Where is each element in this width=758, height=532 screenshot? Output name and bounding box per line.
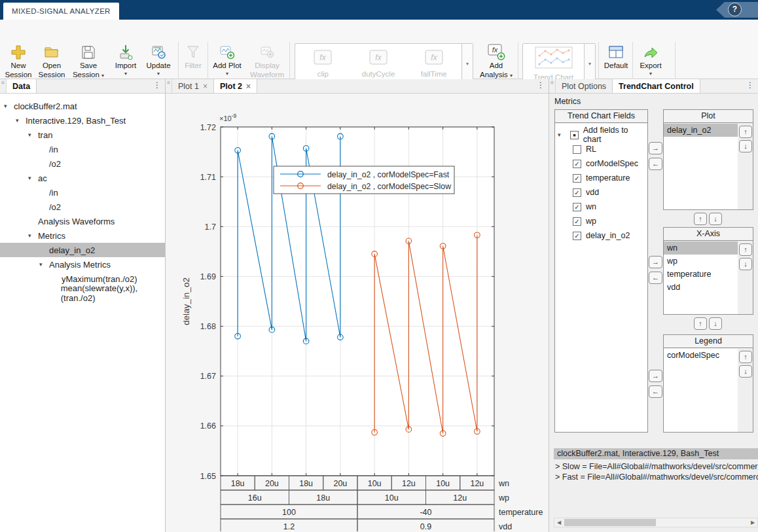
xaxis-order-down-button[interactable]: ↓: [709, 317, 722, 330]
field-rl[interactable]: RL: [573, 142, 596, 156]
tree-expand-icon[interactable]: ▾: [39, 261, 49, 268]
update-button[interactable]: Update ▾: [143, 41, 174, 76]
field-temperature[interactable]: ✓ temperature: [573, 171, 630, 185]
tree-expand-icon[interactable]: ▾: [28, 232, 38, 239]
field-vdd[interactable]: ✓ vdd: [573, 185, 599, 200]
remove-from-legend-button[interactable]: ←: [649, 385, 662, 398]
gallery-caret-icon: ▾: [588, 61, 591, 67]
tree-item-ac[interactable]: ▾ac: [0, 171, 165, 185]
move-to-xaxis-button[interactable]: →: [649, 256, 662, 268]
plot-order-up-button[interactable]: ↑: [694, 213, 707, 225]
tree-item-mean-slewrate[interactable]: mean(slewrate(y,x)), (tran./o2): [0, 286, 165, 300]
close-icon[interactable]: ×: [203, 82, 208, 91]
tree-item-analysis-waveforms[interactable]: Analysis Waveforms: [0, 214, 165, 228]
add-plot-button[interactable]: Add Plot ▾: [211, 41, 244, 76]
remove-from-plot-button[interactable]: ←: [649, 158, 662, 170]
plot-move-up-button[interactable]: ↑: [739, 126, 752, 138]
tab-data[interactable]: Data: [7, 79, 37, 93]
tree-item-label: delay_in_o2: [49, 245, 95, 255]
tree-item-tran-o2[interactable]: /o2: [0, 156, 165, 171]
xaxis-item-wn[interactable]: wn: [664, 241, 738, 255]
tree-expand-icon[interactable]: ▾: [28, 175, 38, 181]
tree-item-analysis-metrics[interactable]: ▾Analysis Metrics: [0, 257, 165, 272]
save-session-label: Save Session ▾: [69, 62, 107, 80]
tree-item-ac-o2[interactable]: /o2: [0, 200, 165, 214]
xaxis-item-wp[interactable]: wp: [664, 255, 738, 268]
tab-plot1[interactable]: Plot 1 ×: [172, 79, 214, 93]
move-to-legend-button[interactable]: →: [649, 370, 662, 382]
tree-item-metrics[interactable]: ▾Metrics: [0, 228, 165, 243]
tree-item-tran[interactable]: ▾tran: [0, 128, 165, 142]
panel-menu-icon[interactable]: ⋮: [153, 80, 161, 90]
checkbox-mixed[interactable]: ■: [570, 131, 579, 139]
tab-trendchart-control[interactable]: TrendChart Control: [613, 79, 700, 93]
import-button[interactable]: Import ▾: [110, 41, 141, 76]
field-delay-in-o2[interactable]: ✓ delay_in_o2: [573, 228, 630, 243]
open-session-button[interactable]: Open Session: [35, 41, 68, 80]
tree-item-interactive129[interactable]: ▾Interactive.129, Bash_Test: [0, 113, 165, 128]
scroll-left-icon[interactable]: ◀: [554, 518, 564, 527]
app-ribbon-tab[interactable]: MIXED-SIGNAL ANALYZER: [3, 3, 119, 20]
panel-menu-icon[interactable]: ⋮: [746, 80, 754, 90]
panel-grip-icon[interactable]: ≡: [549, 79, 556, 93]
field-cormodelspec[interactable]: ✓ corModelSpec: [573, 156, 638, 171]
svg-text:1.2: 1.2: [283, 522, 295, 531]
checkbox[interactable]: ✓: [573, 174, 581, 183]
checkbox[interactable]: ✓: [573, 232, 581, 240]
trend-chart-canvas[interactable]: 1.721.711.71.691.681.671.661.65×10-9dela…: [166, 94, 549, 531]
plot-move-down-button[interactable]: ↓: [739, 140, 752, 152]
tree-expand-icon[interactable]: ▾: [28, 132, 38, 138]
checkbox[interactable]: ✓: [573, 217, 581, 226]
horizontal-scrollbar[interactable]: ◀ ▶: [554, 518, 758, 527]
field-add-fields-root[interactable]: ▾ ■ Add fields to chart: [558, 128, 647, 142]
legend-item-cormodelspec[interactable]: corModelSpec: [664, 349, 738, 362]
remove-from-xaxis-button[interactable]: ←: [649, 272, 662, 284]
add-analysis-label: Add Analysis ▾: [478, 62, 514, 80]
new-session-button[interactable]: New Session: [3, 41, 34, 80]
tree-expand-icon[interactable]: ▾: [16, 117, 26, 124]
xaxis-move-up-button[interactable]: ↑: [739, 243, 752, 256]
filter-funnel-icon: [185, 41, 202, 61]
analysis-gallery-dropdown[interactable]: ▾: [461, 44, 473, 83]
svg-text:temperature: temperature: [499, 508, 543, 517]
export-button[interactable]: Export ▾: [635, 41, 666, 76]
panel-menu-icon[interactable]: ⋮: [537, 80, 545, 90]
tree-item-ac-in[interactable]: /in: [0, 185, 165, 200]
tree-item-clockbuffer2[interactable]: ▾clockBuffer2.mat: [0, 99, 165, 113]
scroll-right-icon[interactable]: ▶: [748, 518, 757, 527]
tree-expand-icon[interactable]: ▾: [4, 103, 14, 109]
save-session-button[interactable]: Save Session ▾: [69, 41, 107, 80]
field-wn[interactable]: ✓ wn: [573, 200, 596, 214]
checkbox[interactable]: ✓: [573, 160, 581, 168]
checkbox[interactable]: ✓: [573, 203, 581, 211]
tab-plot-options[interactable]: Plot Options: [556, 79, 613, 93]
field-wp[interactable]: ✓ wp: [573, 214, 596, 228]
legend-move-up-button[interactable]: ↑: [739, 351, 752, 363]
default-layout-button[interactable]: Default: [601, 41, 631, 71]
tree-item-label: yMaximum(tran./o2): [62, 274, 137, 284]
add-analysis-button[interactable]: fx Add Analysis ▾: [478, 41, 514, 80]
metrics-gallery-dropdown[interactable]: ▾: [584, 44, 595, 83]
scrollbar-thumb[interactable]: [564, 519, 656, 526]
trend-chart-fields-list: ▾ ■ Add fields to chart RL ✓ corModelSpe…: [555, 124, 647, 432]
xaxis-move-down-button[interactable]: ↓: [739, 258, 752, 270]
checkbox[interactable]: ✓: [573, 188, 581, 197]
tree-expand-icon[interactable]: ▾: [558, 132, 566, 138]
svg-text:16u: 16u: [248, 493, 262, 503]
plot-order-down-button[interactable]: ↓: [709, 213, 722, 225]
close-icon[interactable]: ×: [246, 82, 251, 91]
plot-list-item-delay-in-o2[interactable]: delay_in_o2: [664, 124, 738, 137]
xaxis-item-vdd[interactable]: vdd: [664, 281, 738, 294]
tree-item-tran-in[interactable]: /in: [0, 142, 165, 156]
tree-item-delay-in-o2[interactable]: delay_in_o2: [0, 243, 165, 257]
move-to-plot-button[interactable]: →: [649, 142, 662, 154]
xaxis-order-up-button[interactable]: ↑: [694, 317, 707, 330]
panel-grip-icon[interactable]: ≡: [0, 79, 7, 93]
up-arrow-icon: ↑: [698, 319, 702, 327]
help-button[interactable]: ?: [728, 3, 742, 16]
legend-move-down-button[interactable]: ↓: [739, 365, 752, 378]
xaxis-item-temperature[interactable]: temperature: [664, 268, 738, 281]
checkbox[interactable]: [573, 145, 581, 154]
panel-grip-icon[interactable]: ≡: [166, 79, 172, 93]
tab-plot2[interactable]: Plot 2 ×: [214, 79, 257, 93]
